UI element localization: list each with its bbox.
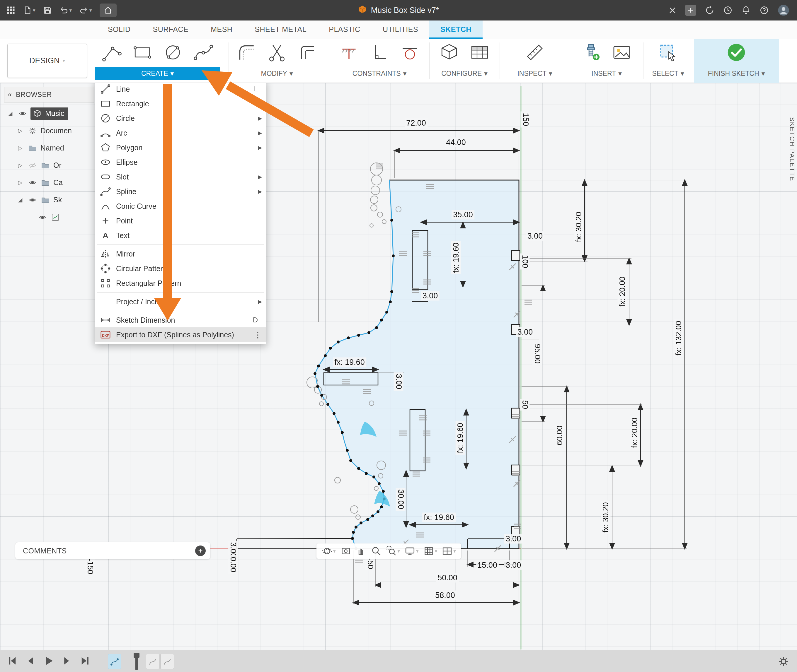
visibility-eye-icon[interactable] [18,109,27,118]
disclosure-closed-icon[interactable]: ▷ [16,179,25,186]
timeline-feature-sketch-2[interactable] [146,654,159,669]
menu-item-conic-curve[interactable]: Conic Curve [95,199,266,213]
dimension-label[interactable]: 72.00 [405,118,428,128]
inspect-dropdown[interactable]: INSPECT▾ [502,67,567,80]
dimension-label[interactable]: 3.00 [504,534,523,544]
dimension-label[interactable]: 0.00 [228,555,238,574]
orbit-icon[interactable]: ▾ [322,546,336,556]
add-comment-icon[interactable]: + [195,546,206,556]
timeline-feature-sketch[interactable] [108,654,121,669]
disclosure-closed-icon[interactable]: ▷ [16,127,25,134]
select-tool-icon[interactable] [657,42,678,64]
trim-tool-icon[interactable] [266,42,287,64]
design-workspace-button[interactable]: DESIGN▾ [7,44,87,78]
menu-item-sketch-dimension[interactable]: Sketch DimensionD [95,313,266,327]
menu-item-spline[interactable]: Spline▶ [95,184,266,199]
display-settings-icon[interactable]: ▾ [405,546,419,556]
timeline-feature-sketch-3[interactable] [160,654,174,669]
timeline-marker[interactable] [135,653,138,670]
tab-plastic[interactable]: PLASTIC [318,21,372,39]
dimension-label[interactable]: fx: 30.20 [601,501,611,534]
grid-settings-icon[interactable]: ▾ [423,546,438,556]
menu-item-slot[interactable]: Slot▶ [95,170,266,184]
browser-row-sk[interactable]: ◢Sk [4,191,95,208]
dimension-label[interactable]: 50 [520,399,530,411]
app-grid-icon[interactable] [6,6,15,14]
dimension-label[interactable]: 3.00 [421,291,439,301]
menu-item-export-to-dxf-splines-as-polylines[interactable]: DXFExport to DXF (Splines as Polylines)⋮ [95,327,266,342]
dimension-label[interactable]: 30.00 [396,488,406,510]
dimension-label[interactable]: 3.00 [504,560,523,570]
home-icon[interactable] [99,3,117,17]
pan-icon[interactable] [356,546,366,556]
dimension-label[interactable]: -150 [85,557,95,576]
measure-tool-icon[interactable] [524,42,545,64]
notifications-bell-icon[interactable] [741,6,751,15]
dimension-label[interactable]: fx: 20.00 [630,416,640,450]
browser-row-music[interactable]: ◢Music [4,105,95,122]
viewports-icon[interactable]: ▾ [442,546,456,556]
circle-tool-icon[interactable] [162,42,183,64]
menu-item-text[interactable]: AText [95,228,266,243]
configure-cube-icon[interactable] [439,42,460,64]
fix-constraint-icon[interactable] [338,42,359,64]
menu-item-arc[interactable]: Arc▶ [95,126,266,140]
redo-icon[interactable]: ▾ [79,6,92,14]
menu-item-ellipse[interactable]: Ellipse [95,155,266,170]
look-at-icon[interactable] [340,546,351,556]
disclosure-open-icon[interactable]: ◢ [6,110,14,117]
dimension-label[interactable]: 35.00 [452,210,475,219]
line-tool-icon[interactable] [101,42,122,64]
tab-surface[interactable]: SURFACE [142,21,200,39]
tab-solid[interactable]: SOLID [97,21,142,39]
dimension-label[interactable]: 50.00 [436,573,459,583]
close-tab-icon[interactable] [669,6,676,14]
undo-icon[interactable]: ▾ [59,6,72,14]
dimension-label[interactable]: 100 [520,253,530,269]
dimension-label[interactable]: fx: 30.20 [574,210,584,243]
timeline-step-forward-icon[interactable] [61,655,73,668]
fillet-tool-icon[interactable] [236,42,257,64]
dimension-label[interactable]: 3.00 [526,231,544,241]
extensions-icon[interactable] [705,6,714,15]
menu-item-rectangle[interactable]: Rectangle [95,96,266,111]
browser-row-or[interactable]: ▷Or [4,157,95,174]
browser-row-sketch[interactable] [4,208,95,226]
insert-dropdown[interactable]: INSERT▾ [573,67,640,80]
insert-canvas-icon[interactable] [611,42,632,64]
save-icon[interactable] [43,6,52,14]
job-status-icon[interactable] [723,6,733,15]
dimension-label[interactable]: 58.00 [434,590,457,600]
dimension-label[interactable]: fx: 19.60 [422,513,455,522]
menu-item-line[interactable]: LineL [95,82,266,96]
dimension-label[interactable]: fx: 19.60 [451,241,461,274]
kebab-menu-icon[interactable]: ⋮ [254,330,262,340]
zoom-icon[interactable] [371,546,382,556]
select-dropdown[interactable]: SELECT▾ [646,67,690,80]
timeline-settings-gear-icon[interactable] [778,656,789,669]
tab-mesh[interactable]: MESH [200,21,244,39]
rectangle-tool-icon[interactable] [132,42,153,64]
timeline-go-start-icon[interactable] [6,655,18,668]
browser-collapse-icon[interactable]: « [8,91,12,99]
visibility-hidden-icon[interactable] [27,162,37,170]
browser-row-documen[interactable]: ▷Documen [4,122,95,139]
menu-item-rectangular-pattern[interactable]: Rectangular Pattern [95,276,266,290]
new-tab-icon[interactable] [685,5,696,16]
create-dropdown[interactable]: CREATE▾ [95,67,220,80]
menu-item-circular-pattern[interactable]: Circular Pattern [95,261,266,276]
dimension-label[interactable]: 3.00 [394,373,404,391]
dimension-label[interactable]: fx: 20.00 [618,275,627,308]
configure-dropdown[interactable]: CONFIGURE▾ [432,67,497,80]
tab-sketch[interactable]: SKETCH [429,21,483,39]
dimension-label[interactable]: fx: 19.60 [455,421,465,455]
tangent-constraint-icon[interactable] [399,42,420,64]
visibility-eye-icon[interactable] [27,179,37,187]
tab-utilities[interactable]: UTILITIES [372,21,429,39]
finish-sketch-button[interactable]: FINISH SKETCH▾ [694,39,779,83]
menu-item-mirror[interactable]: Mirror [95,246,266,261]
perpendicular-constraint-icon[interactable] [369,42,390,64]
browser-row-named[interactable]: ▷Named [4,139,95,157]
tab-sheet-metal[interactable]: SHEET METAL [244,21,318,39]
disclosure-closed-icon[interactable]: ▷ [16,145,25,151]
